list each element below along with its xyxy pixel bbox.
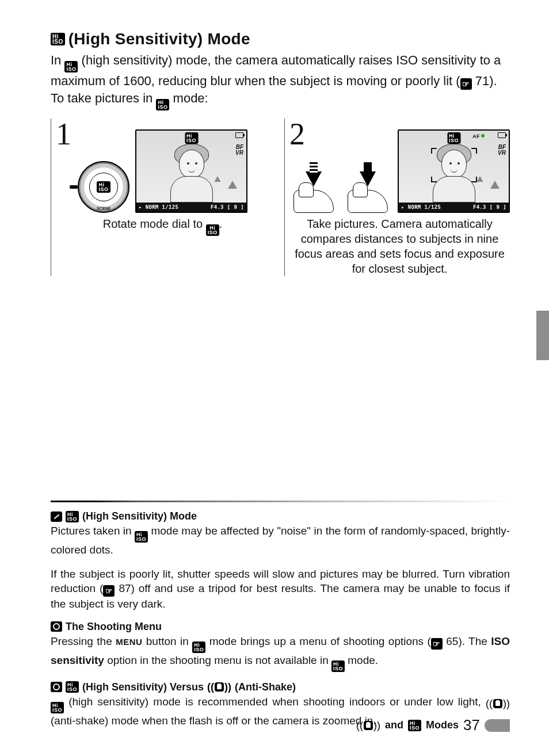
anti-shake-icon: (()) (486, 698, 510, 709)
full-press-illustration (344, 171, 392, 213)
footer-tab (485, 719, 510, 732)
step-caption: Rotate mode dial to HiISO. (56, 216, 269, 236)
anti-shake-icon: (()) (356, 720, 380, 731)
lcd-status-bar: ▸NORM1/125F4.3[9] (136, 203, 246, 212)
hi-iso-icon: HiISO (447, 132, 460, 144)
page-footer: (()) and HiISO Modes 37 (356, 716, 510, 734)
af-indicator: AF (472, 133, 485, 139)
menu-button-label: MENU (116, 637, 142, 647)
step-2: 2 HiISO AF BFVR ▸NORM1/125F4.3[9] Ta (284, 119, 510, 276)
intro-paragraph: In HiISO (high sensitivity) mode, the ca… (51, 52, 510, 110)
lcd-preview-illustration: HiISO AF BFVR ▸NORM1/125F4.3[9] (398, 129, 510, 213)
lcd-preview-illustration: HiISO BFVR ▸NORM1/125F4.3[9] (135, 129, 247, 213)
note-heading: HiISO (High Sensitivity) Versus (()) (An… (51, 681, 510, 693)
hi-iso-icon: HiISO (331, 660, 345, 672)
vr-indicator: BFVR (235, 144, 243, 156)
note-paragraph: Pressing the MENU button in HiISO mode b… (51, 634, 510, 672)
hi-iso-icon: HiISO (135, 531, 148, 543)
hi-iso-icon: HiISO (192, 642, 205, 653)
battery-icon (235, 132, 243, 138)
vr-indicator: BFVR (498, 144, 506, 156)
page-number: 37 (463, 716, 480, 734)
lcd-status-bar: ▸NORM1/125F4.3[9] (399, 203, 509, 212)
hi-iso-icon: HiISO (156, 99, 169, 110)
step-1: 1 HiISO SCENE HiISO BFVR ▸NORM1/125F4.3[… (51, 119, 269, 276)
heading-text: (High Sensitivity) Mode (68, 30, 250, 48)
hi-iso-icon: HiISO (408, 720, 421, 731)
mode-dial-illustration: HiISO SCENE (78, 161, 129, 213)
hi-iso-icon: HiISO (51, 33, 65, 45)
hi-iso-icon: HiISO (64, 61, 78, 72)
hi-iso-icon: HiISO (66, 681, 79, 693)
hi-iso-icon: HiISO (185, 132, 198, 144)
section-thumb-tab (536, 311, 549, 360)
step-caption: Take pictures. Camera automatically comp… (289, 216, 510, 276)
hi-iso-icon: HiISO (206, 224, 219, 236)
page-ref-icon: ☞ (460, 78, 472, 90)
half-press-illustration (289, 171, 338, 213)
page-ref-icon: ☞ (103, 585, 115, 597)
page-heading: HiISO (High Sensitivity) Mode (51, 30, 510, 48)
section-divider (51, 501, 510, 502)
note-paragraph: Pictures taken in HiISO mode may be affe… (51, 524, 510, 558)
hi-iso-icon: HiISO (51, 702, 64, 713)
note-heading: The Shooting Menu (51, 621, 510, 633)
note-icon (51, 511, 62, 522)
hi-iso-icon: HiISO (97, 181, 110, 193)
anti-shake-icon: (()) (207, 682, 231, 692)
settings-icon (51, 682, 62, 692)
hi-iso-icon: HiISO (66, 511, 79, 522)
settings-icon (51, 621, 62, 632)
page-ref-icon: ☞ (431, 638, 443, 650)
battery-icon (498, 132, 506, 138)
note-heading: HiISO (High Sensitivity) Mode (51, 510, 510, 522)
note-paragraph: If the subject is poorly lit, shutter sp… (51, 567, 510, 612)
